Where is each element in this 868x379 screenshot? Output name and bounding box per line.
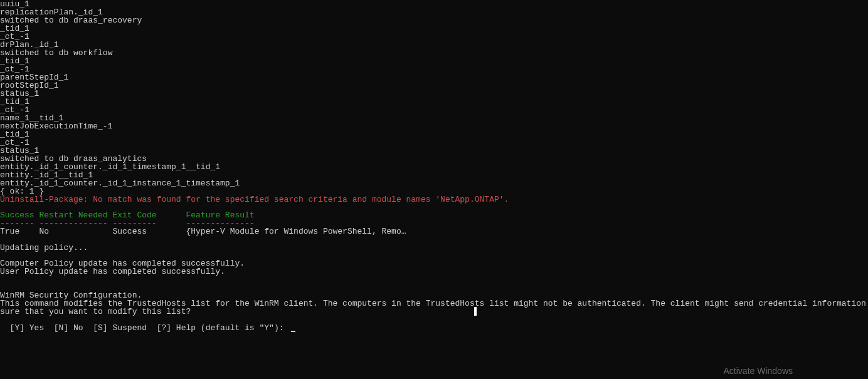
terminal-line: status_1 xyxy=(0,90,868,98)
terminal-line: True No Success {Hyper-V Module for Wind… xyxy=(0,227,868,236)
terminal-output: uuiu_1replicationPlan._id_1switched to d… xyxy=(0,0,868,316)
terminal-line: switched to db workflow xyxy=(0,49,868,57)
terminal-line: name_1__tid_1 xyxy=(0,114,868,122)
windows-activation-watermark: Activate Windows xyxy=(724,366,793,375)
prompt-text: [Y] Yes [N] No [S] Suspend [?] Help (def… xyxy=(10,323,289,333)
terminal-line: entity._id_1_counter._id_1_timestamp_1__… xyxy=(0,163,868,171)
terminal-line: nextJobExecutionTime_-1 xyxy=(0,122,868,130)
terminal-line: _tid_1 xyxy=(0,98,868,106)
terminal-line: switched to db draas_recovery xyxy=(0,16,868,24)
terminal-line: _ct_-1 xyxy=(0,106,868,114)
terminal-line: uuiu_1 xyxy=(0,0,868,8)
terminal-line: This command modifies the TrustedHosts l… xyxy=(0,299,868,308)
terminal-line: _tid_1 xyxy=(0,130,868,138)
terminal-line: _ct_-1 xyxy=(0,65,868,73)
terminal-line: _tid_1 xyxy=(0,57,868,65)
terminal-line: _ct_-1 xyxy=(0,33,868,41)
terminal-line: _ct_-1 xyxy=(0,138,868,147)
terminal-line: Updating policy... xyxy=(0,244,868,252)
terminal-line: User Policy update has completed success… xyxy=(0,267,868,276)
terminal-line: entity._id_1_counter._id_1_instance_1_ti… xyxy=(0,179,868,187)
terminal-line: rootStepId_1 xyxy=(0,81,868,90)
terminal-line xyxy=(0,276,868,283)
prompt-line[interactable]: [Y] Yes [N] No [S] Suspend [?] Help (def… xyxy=(0,316,868,332)
terminal-line: WinRM Security Configuration. xyxy=(0,291,868,299)
text-cursor xyxy=(474,307,477,316)
terminal-line: Uninstall-Package: No match was found fo… xyxy=(0,195,868,204)
input-cursor xyxy=(291,331,295,332)
terminal-line xyxy=(0,236,868,243)
terminal-line: parentStepId_1 xyxy=(0,73,868,81)
terminal-line: _tid_1 xyxy=(0,24,868,33)
terminal-line: sure that you want to modify this list? xyxy=(0,308,868,316)
terminal-line: drPlan._id_1 xyxy=(0,41,868,49)
